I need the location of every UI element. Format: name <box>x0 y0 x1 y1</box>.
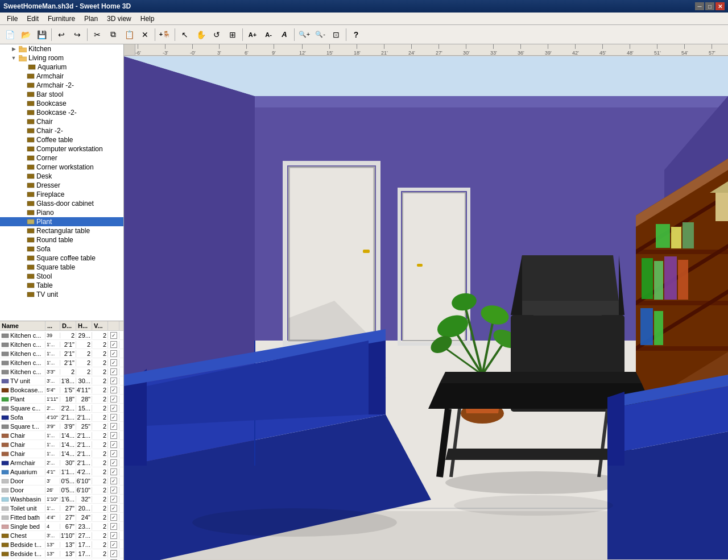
tree-item-plant[interactable]: Plant <box>0 217 123 226</box>
prop-row[interactable]: Bookcase... 5'4" 1'5" 4'11" 2 <box>0 385 123 395</box>
visibility-checkbox[interactable] <box>110 405 117 412</box>
3d-view[interactable]: -6' -3' -0' 3' 6' 9' 12' 15' 18' 21' 24'… <box>124 44 728 560</box>
pan-button[interactable]: ✋ <box>193 27 208 42</box>
visibility-checkbox[interactable] <box>110 368 117 375</box>
tree-item-chair[interactable]: Chair <box>0 117 123 126</box>
prop-row[interactable]: Aquarium 4'1" 1'1... 4'2... 2 <box>0 467 123 476</box>
tree-item-rectTable[interactable]: Rectangular table <box>0 226 123 235</box>
tree-item-kitchen[interactable]: ▶ Kitchen <box>0 44 123 53</box>
help-button[interactable]: ? <box>349 27 363 42</box>
tree-item-stool[interactable]: Stool <box>0 272 123 281</box>
col-v[interactable]: V... <box>92 321 108 330</box>
prop-row[interactable]: Toilet unit 1'... 27" 20... 2 <box>0 504 123 513</box>
col-d[interactable]: D... <box>60 321 76 330</box>
cut-button[interactable]: ✂ <box>90 27 105 42</box>
visibility-checkbox[interactable] <box>110 432 117 439</box>
tree-item-sofa[interactable]: Sofa <box>0 244 123 254</box>
tree-item-cornerws[interactable]: Corner workstation <box>0 163 123 172</box>
new-button[interactable]: 📄 <box>2 27 17 42</box>
tree-item-barstool[interactable]: Bar stool <box>0 90 123 99</box>
text-style-button[interactable]: A <box>277 27 292 42</box>
tree-item-coffeetable[interactable]: Coffee table <box>0 135 123 144</box>
prop-row[interactable]: Kitchen c... 39 2 29... 2 <box>0 331 123 340</box>
copy-button[interactable]: ⧉ <box>106 27 121 42</box>
zoom-out-button[interactable]: 🔍- <box>313 27 328 42</box>
menu-furniture[interactable]: Furniture <box>43 14 80 24</box>
prop-row[interactable]: Chest 3'... 1'10" 27... 2 <box>0 531 123 540</box>
prop-row[interactable]: Kitchen c... 1'... 2'1" 2 2 <box>0 358 123 367</box>
minimize-button[interactable]: ─ <box>695 2 704 10</box>
text-larger-button[interactable]: A+ <box>245 27 260 42</box>
visibility-checkbox[interactable] <box>110 441 117 448</box>
prop-row[interactable]: Square t... 3'9" 3'9" 25" 2 <box>0 422 123 431</box>
furniture-tree[interactable]: ▶ Kitchen ▼ Living room Aquarium <box>0 44 123 321</box>
col-name[interactable]: Name <box>0 321 46 330</box>
prop-row[interactable]: Chair 1'... 1'4... 2'1... 2 <box>0 449 123 458</box>
open-button[interactable]: 📂 <box>18 27 33 42</box>
maximize-button[interactable]: □ <box>705 2 714 10</box>
undo-button[interactable]: ↩ <box>54 27 69 42</box>
tree-item-cornersofa[interactable]: Corner <box>0 154 123 163</box>
select-button[interactable]: ↖ <box>177 27 192 42</box>
prop-row[interactable]: Washbasin 1'10" 1'6... 32" 2 <box>0 495 123 504</box>
menu-3dview[interactable]: 3D view <box>102 14 136 24</box>
prop-row[interactable]: Sofa 4'10" 2'1... 2'1... 2 <box>0 413 123 422</box>
visibility-checkbox[interactable] <box>110 523 117 530</box>
visibility-checkbox[interactable] <box>110 532 117 539</box>
paste-button[interactable]: 📋 <box>122 27 136 42</box>
add-furniture-button[interactable]: +🪑 <box>158 27 172 42</box>
visibility-checkbox[interactable] <box>110 341 117 348</box>
col-h[interactable]: H... <box>76 321 92 330</box>
tree-item-glassdoor[interactable]: Glass-door cabinet <box>0 199 123 208</box>
tree-item-chair2[interactable]: Chair -2- <box>0 126 123 135</box>
visibility-checkbox[interactable] <box>110 378 117 384</box>
visibility-checkbox[interactable] <box>110 332 117 339</box>
prop-row[interactable]: TV unit 3'... 1'8... 30... 2 <box>0 376 123 385</box>
prop-row[interactable]: Kitchen c... 1'... 2'1" 2 2 <box>0 349 123 358</box>
menu-help[interactable]: Help <box>136 14 159 24</box>
rotate-view-button[interactable]: ↺ <box>209 27 224 42</box>
visibility-checkbox[interactable] <box>110 478 117 484</box>
prop-row[interactable]: Fitted bath 4'4" 27" 24" 2 <box>0 513 123 522</box>
tree-item-tvunit[interactable]: TV unit <box>0 290 123 299</box>
prop-row[interactable]: Door 26' 0'5... 6'10" 2 <box>0 486 123 495</box>
tree-item-computerws[interactable]: Computer workstation <box>0 144 123 154</box>
text-smaller-button[interactable]: A- <box>261 27 276 42</box>
tree-item-sqtable[interactable]: Square table <box>0 263 123 272</box>
delete-button[interactable]: ✕ <box>138 27 152 42</box>
fit-button[interactable]: ⊡ <box>329 27 344 42</box>
prop-row[interactable]: Chair 1'... 1'4... 2'1... 2 <box>0 431 123 440</box>
close-button[interactable]: ✕ <box>715 2 725 10</box>
prop-row[interactable]: Bedside t... 13" 13" 17... 2 <box>0 549 123 558</box>
visibility-checkbox[interactable] <box>110 459 117 466</box>
visibility-checkbox[interactable] <box>110 423 117 430</box>
menu-edit[interactable]: Edit <box>22 14 43 24</box>
tree-item-desk[interactable]: Desk <box>0 172 123 181</box>
tree-item-aquarium[interactable]: Aquarium <box>0 63 123 72</box>
prop-row[interactable]: Bedside t... 13" 13" 17... 2 <box>0 540 123 549</box>
tree-item-armchair[interactable]: Armchair <box>0 72 123 81</box>
visibility-checkbox[interactable] <box>110 396 117 403</box>
redo-button[interactable]: ↪ <box>70 27 85 42</box>
save-button[interactable]: 💾 <box>34 27 49 42</box>
col-dots[interactable]: ... <box>46 321 60 330</box>
prop-row[interactable]: Door 3' 0'5... 6'10" 2 <box>0 476 123 486</box>
visibility-checkbox[interactable] <box>110 505 117 512</box>
visibility-checkbox[interactable] <box>110 414 117 421</box>
visibility-checkbox[interactable] <box>110 359 117 366</box>
tree-item-piano[interactable]: Piano <box>0 208 123 217</box>
tree-item-tableitem[interactable]: Table <box>0 281 123 290</box>
duplicate-button[interactable]: ⊞ <box>225 27 240 42</box>
visibility-checkbox[interactable] <box>110 514 117 521</box>
tree-item-fireplace[interactable]: Fireplace <box>0 190 123 199</box>
visibility-checkbox[interactable] <box>110 468 117 475</box>
prop-row[interactable]: Square c... 2'... 2'2... 15... 2 <box>0 404 123 413</box>
tree-item-bookcase2[interactable]: Bookcase -2- <box>0 108 123 117</box>
prop-row[interactable]: Armchair 2'... 30" 2'1... 2 <box>0 458 123 467</box>
tree-item-dresser[interactable]: Dresser <box>0 181 123 190</box>
visibility-checkbox[interactable] <box>110 550 117 557</box>
zoom-in-button[interactable]: 🔍+ <box>297 27 312 42</box>
prop-row[interactable]: Plant 1'11" 18" 28" 2 <box>0 395 123 404</box>
prop-row[interactable]: Chair 1'... 1'4... 2'1... 2 <box>0 440 123 449</box>
visibility-checkbox[interactable] <box>110 350 117 357</box>
